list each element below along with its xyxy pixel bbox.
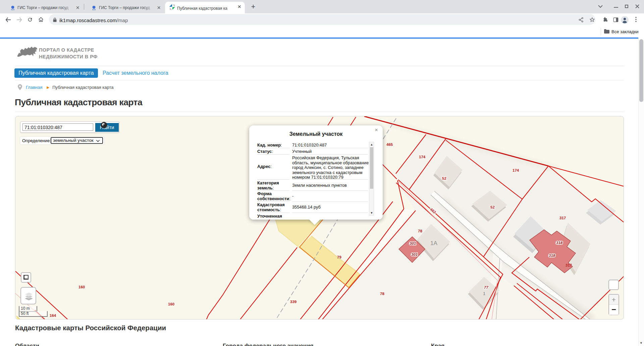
svg-text:339: 339 <box>290 300 297 304</box>
svg-text:1А: 1А <box>430 240 437 246</box>
svg-text:164: 164 <box>50 313 56 318</box>
svg-text:301: 301 <box>410 241 416 245</box>
svg-text:160: 160 <box>78 285 85 289</box>
svg-text:78: 78 <box>418 229 422 233</box>
svg-text:465: 465 <box>386 142 393 147</box>
svg-text:317: 317 <box>566 263 572 267</box>
svg-text:1: 1 <box>483 291 485 296</box>
svg-text:77: 77 <box>484 285 488 289</box>
svg-text:318: 318 <box>549 253 555 257</box>
svg-text:318: 318 <box>556 241 563 245</box>
svg-text:52: 52 <box>490 205 495 209</box>
svg-text:78: 78 <box>380 292 384 296</box>
svg-text:160: 160 <box>168 302 174 306</box>
svg-text:52: 52 <box>442 176 446 180</box>
svg-text:301: 301 <box>411 252 418 256</box>
svg-text:174: 174 <box>513 168 519 172</box>
svg-text:79: 79 <box>337 255 341 259</box>
svg-text:174: 174 <box>419 155 426 159</box>
svg-text:317: 317 <box>559 216 566 220</box>
